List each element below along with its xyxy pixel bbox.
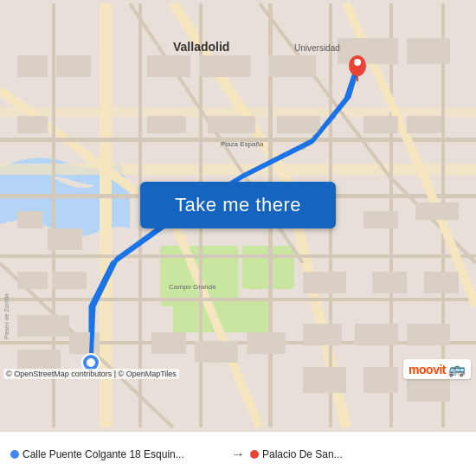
- svg-rect-20: [56, 55, 91, 77]
- svg-rect-32: [17, 211, 43, 228]
- svg-rect-22: [199, 55, 251, 77]
- svg-rect-36: [363, 211, 398, 228]
- svg-rect-29: [277, 116, 320, 133]
- svg-rect-54: [247, 332, 286, 354]
- route-to: Palacio De San...: [250, 448, 466, 460]
- svg-rect-52: [151, 332, 186, 354]
- svg-rect-51: [407, 376, 450, 402]
- svg-rect-30: [363, 116, 398, 133]
- svg-rect-19: [17, 55, 48, 77]
- svg-rect-21: [147, 55, 190, 77]
- from-label: Calle Puente Colgante 18 Esquin...: [23, 448, 184, 460]
- svg-rect-44: [372, 272, 407, 293]
- svg-text:Paseo de Zorrilla: Paseo de Zorrilla: [3, 293, 10, 339]
- svg-rect-23: [268, 55, 316, 77]
- svg-rect-25: [407, 38, 450, 64]
- moovit-icon: 🚌: [448, 361, 466, 377]
- svg-rect-39: [52, 272, 87, 289]
- moovit-text: moovit: [408, 363, 446, 376]
- svg-rect-27: [147, 116, 186, 133]
- svg-text:Campo Grande: Campo Grande: [169, 283, 216, 291]
- moovit-logo: moovit 🚌: [403, 359, 471, 379]
- take-me-there-button[interactable]: Take me there: [140, 182, 336, 228]
- svg-rect-49: [303, 367, 346, 393]
- to-label: Palacio De San...: [262, 448, 343, 460]
- dest-dot: [250, 450, 259, 459]
- svg-text:Universidad: Universidad: [294, 43, 340, 53]
- svg-rect-26: [17, 116, 48, 133]
- svg-rect-47: [355, 324, 398, 345]
- svg-rect-38: [17, 272, 48, 289]
- app-container: Valladolid Universidad Plaza España Camp…: [0, 0, 476, 476]
- svg-rect-43: [303, 272, 346, 293]
- svg-rect-31: [407, 116, 441, 133]
- route-arrow: →: [226, 447, 250, 462]
- svg-text:Valladolid: Valladolid: [173, 40, 229, 54]
- origin-dot: [10, 450, 19, 459]
- svg-rect-37: [415, 203, 459, 220]
- svg-rect-28: [208, 116, 255, 133]
- route-from: Calle Puente Colgante 18 Esquin...: [10, 448, 226, 460]
- svg-rect-48: [407, 324, 450, 345]
- svg-rect-50: [363, 367, 398, 393]
- svg-rect-24: [338, 38, 398, 64]
- svg-rect-53: [195, 341, 238, 363]
- svg-rect-46: [303, 324, 342, 345]
- svg-rect-33: [48, 228, 82, 250]
- svg-text:Plaza España: Plaza España: [221, 140, 264, 148]
- map-attribution: © OpenStreetMap contributors | © OpenMap…: [3, 369, 179, 379]
- svg-rect-45: [424, 272, 459, 293]
- svg-rect-10: [0, 298, 476, 301]
- svg-rect-6: [0, 107, 476, 117]
- svg-rect-40: [17, 315, 69, 337]
- svg-rect-42: [69, 332, 100, 354]
- bottom-bar: Calle Puente Colgante 18 Esquin... → Pal…: [0, 431, 476, 476]
- svg-rect-9: [0, 254, 476, 258]
- map-area[interactable]: Valladolid Universidad Plaza España Camp…: [0, 0, 476, 431]
